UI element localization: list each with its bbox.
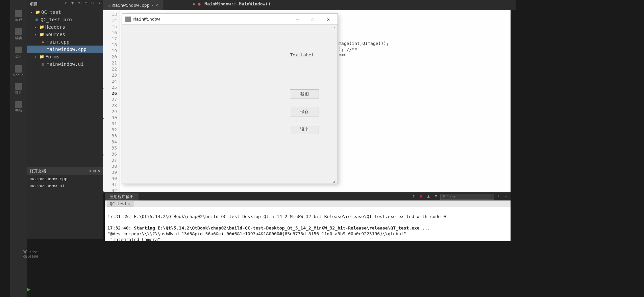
running-app-window: MainWindow — ☐ ✕ ˅ TextLabel 截图 保存 退出 ◢ <box>122 14 338 184</box>
save-button[interactable]: 保存 <box>290 107 319 116</box>
app-body: TextLabel 截图 保存 退出 ◢ <box>122 32 338 184</box>
minimize-button[interactable]: — <box>290 14 305 24</box>
open-docs-header: 打开文档 ▾ ⊟ ✕ <box>27 167 103 175</box>
activity-design[interactable]: 设计 <box>13 47 25 59</box>
activity-help[interactable]: 帮助 <box>13 101 25 113</box>
app-icon <box>125 17 131 22</box>
output-subtabs: QC_test ✕ <box>105 200 511 207</box>
split-icon[interactable]: ⊟ <box>92 1 96 5</box>
minus-icon[interactable]: − <box>503 194 509 200</box>
output-panel-header: 应用程序输出 ↧ ■ ▲ ⚙ + − <box>105 193 511 200</box>
activity-edit[interactable]: 编辑 <box>13 28 25 40</box>
tree-sources[interactable]: ▾📁 Sources <box>27 31 103 38</box>
capture-button[interactable]: 截图 <box>290 89 319 99</box>
plus-icon[interactable]: ☐ <box>85 1 90 5</box>
tree-headers[interactable]: ▸📁 Headers <box>27 23 103 31</box>
back-icon[interactable]: ‹ <box>98 1 103 5</box>
project-panel-title: 项目 <box>30 1 38 7</box>
folder-icon: 📁 <box>39 54 44 59</box>
cpp-file-icon: ⬙ <box>41 39 45 44</box>
folder-icon: 📁 <box>35 10 40 15</box>
open-doc-item[interactable]: mainwindow.cpp <box>27 175 103 182</box>
settings-icon[interactable]: ⚙ <box>433 194 439 200</box>
sync-icon[interactable]: ⟲ <box>78 1 83 5</box>
open-docs-close-icon[interactable]: ✕ <box>98 169 100 173</box>
chevron-down-icon[interactable]: ˅ <box>334 26 336 30</box>
output-subtab[interactable]: QC_test ✕ <box>107 201 133 207</box>
folder-icon: 📁 <box>39 32 44 37</box>
open-docs-list: mainwindow.cpp mainwindow.ui <box>27 175 103 239</box>
plus-icon[interactable]: + <box>496 194 502 200</box>
open-docs-dropdown-icon[interactable]: ▾ <box>89 169 91 173</box>
method-icon: ● <box>198 1 201 6</box>
tree-forms[interactable]: ▾📁 Forms <box>27 53 103 60</box>
filter-icon[interactable]: ▼ <box>71 1 76 5</box>
tree-main-cpp[interactable]: ⬙ main.cpp <box>27 38 103 46</box>
folder-icon: 📁 <box>39 25 44 29</box>
open-doc-item[interactable]: mainwindow.ui <box>27 182 103 189</box>
filter-dropdown-icon[interactable]: ▾ <box>65 1 69 5</box>
close-icon[interactable]: ✕ <box>155 3 158 7</box>
pro-file-icon: ▦ <box>34 17 39 22</box>
output-tab[interactable]: 应用程序输出 <box>105 193 139 200</box>
close-button[interactable]: ✕ <box>321 14 336 24</box>
run-controls: ▶ <box>27 286 35 294</box>
text-label: TextLabel <box>290 52 314 57</box>
code-fragment: mage(int,QImage))); ); //** *** <box>337 40 506 59</box>
app-menubar[interactable]: ˅ <box>122 25 338 32</box>
tree-pro-file[interactable]: ▦ QC_test.pro <box>27 16 103 23</box>
project-tree: ▾📁 QC_test ▦ QC_test.pro ▸📁 Headers ▾📁 S… <box>27 8 103 167</box>
activity-welcome[interactable]: 欢迎 <box>13 10 25 22</box>
tab-dropdown-icon[interactable]: ▾ <box>151 3 153 7</box>
activity-debug[interactable]: Debug <box>13 65 25 77</box>
ui-file-icon: ▤ <box>41 62 45 66</box>
exit-button[interactable]: 退出 <box>290 125 319 134</box>
app-title: MainWindow <box>133 17 290 22</box>
run-button[interactable]: ▶ <box>27 286 35 294</box>
close-icon[interactable]: ✕ <box>128 202 130 206</box>
cpp-file-icon: ⬙ <box>108 3 110 8</box>
kit-selector[interactable]: QC_test Release <box>20 250 41 267</box>
line-gutter: 13 14 15 16 17 18 19 20 21 22 23 24 ▾25 … <box>103 10 120 192</box>
rerun-icon[interactable]: ▲ <box>425 194 431 200</box>
activity-project[interactable]: 项目 <box>13 83 25 95</box>
open-docs-split-icon[interactable]: ⊟ <box>94 169 96 173</box>
tree-mainwindow-cpp[interactable]: ⬙ mainwindow.cpp <box>27 46 103 53</box>
editor-tab[interactable]: ⬙ mainwindow.cpp ▾ ✕ <box>103 0 163 10</box>
diamond-icon: ◆ <box>193 1 195 6</box>
stop-icon[interactable]: ■ <box>418 194 424 200</box>
maximize-button[interactable]: ☐ <box>305 14 321 24</box>
output-body[interactable]: 17:31:35: E:\Qt\5.14.2\QtBook\chap02\bui… <box>105 207 511 241</box>
resize-grip-icon[interactable]: ◢ <box>333 179 337 183</box>
app-titlebar[interactable]: MainWindow — ☐ ✕ <box>122 14 338 25</box>
cpp-file-icon: ⬙ <box>41 47 45 52</box>
follow-icon[interactable]: ↧ <box>411 194 417 200</box>
breadcrumb[interactable]: ◆ ● MainWindow::~MainWindow() <box>193 1 271 6</box>
tree-root[interactable]: ▾📁 QC_test <box>27 8 103 16</box>
editor-tabs: ⬙ mainwindow.cpp ▾ ✕ <box>103 0 516 10</box>
tree-mainwindow-ui[interactable]: ▤ mainwindow.ui <box>27 60 103 68</box>
output-filter-input[interactable] <box>440 194 494 200</box>
project-panel-header: 项目 ▾ ▼ ⟲ ☐ ⊟ ‹ <box>27 0 103 8</box>
open-docs-title: 打开文档 <box>30 168 46 174</box>
